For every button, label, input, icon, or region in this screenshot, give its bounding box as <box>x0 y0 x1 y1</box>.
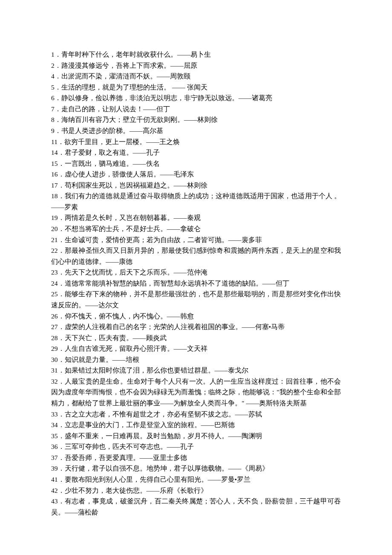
quote-text: 古之立大志者，不惟有超世之才，亦必有坚韧不拔之志。——苏轼 <box>65 410 262 418</box>
quote-item: 1．青年时种下什么，老年时就收获什么。——易卜生 <box>51 49 341 60</box>
quote-number: 11． <box>51 138 64 145</box>
quote-number: 25． <box>51 290 65 298</box>
quote-number: 1． <box>51 51 61 58</box>
quote-number: 28． <box>51 334 65 341</box>
quote-number: 2． <box>51 62 61 69</box>
quote-number: 22． <box>51 247 65 254</box>
quote-number: 42． <box>51 487 65 494</box>
quote-text: 立志是事业的大门，工作是登堂入室的旅程。——巴斯德 <box>65 421 235 428</box>
quote-text: 人最宝贵的是生命。生命对于每个人只有一次。人的一生应当这样度过：回首往事，他不会… <box>51 378 341 407</box>
quote-item: 36．三军可夺帅也，匹夫不可夺志也。——孔子 <box>51 441 341 452</box>
quote-number: 35． <box>51 432 65 439</box>
quote-item: 15．一言既出，驷马难追。——佚名 <box>51 158 341 169</box>
quote-number: 14． <box>51 149 65 156</box>
quote-text: 少壮不努力，老大徒伤悲。——乐府《长歌行》 <box>65 487 208 494</box>
quote-item: 26．仰不愧天，俯不愧人，内不愧心。——韩愈 <box>51 311 341 322</box>
quote-item: 33．古之立大志者，不惟有超世之才，亦必有坚韧不拔之志。——苏轼 <box>51 409 341 420</box>
quote-text: 我们有力的道德就是通过奋斗取得物质上的成功；这种道德既适用于国家，也适用于个人 … <box>51 192 341 211</box>
quote-item: 16．虚心使人进步，骄傲使人落后。——毛泽东 <box>51 169 341 180</box>
quote-number: 9． <box>51 127 61 134</box>
quote-number: 23． <box>51 269 65 276</box>
quote-text: 生命诚可贵，爱情价更高；若为自由故，二者皆可抛。——裴多菲 <box>65 236 262 243</box>
quote-text: 人生自古谁无死，留取丹心照汗青。——文天祥 <box>65 345 208 352</box>
quote-item: 27．虚荣的人注视着自己的名字；光荣的人注视着祖国的事业。——何塞•马蒂 <box>51 321 341 332</box>
quote-item: 7．走自己的路，让别人说去！——但丁 <box>51 104 341 115</box>
quote-item: 42．少壮不努力，老大徒伤悲。——乐府《长歌行》 <box>51 485 341 496</box>
quote-number: 6． <box>51 94 61 101</box>
quote-item: 35．盛年不重来，一日难再晨。及时当勉励，岁月不待人。——陶渊明 <box>51 431 341 442</box>
quote-text: 路漫漫其修远兮，吾将上下而求索。——屈原 <box>61 62 197 69</box>
quote-number: 32． <box>51 378 65 385</box>
quote-item: 28．天下兴亡，匹夫有责。——顾炎武 <box>51 332 341 344</box>
quote-item: 4．出淤泥而不染，濯清涟而不妖。——周敦颐 <box>51 71 341 82</box>
quote-item: 24．道德常常能填补智慧的缺陷，而智慧却永远填补不了道德的缺陷。——但丁 <box>51 278 341 289</box>
quote-text: 吾爱吾师，吾更爱真理。——亚里士多德 <box>65 454 187 461</box>
quote-text: 虚心使人进步，骄傲使人落后。——毛泽东 <box>65 171 194 178</box>
quote-text: 那最神圣恒久而又日新月异的，那最使我们感到惊奇和震撼的两件东西，是天上的星空和我… <box>51 247 341 265</box>
quote-number: 27． <box>51 323 65 330</box>
quote-number: 5． <box>51 84 61 91</box>
quote-text: 书是人类进步的阶梯。——高尔基 <box>61 127 163 134</box>
quote-item: 8．海纳百川有容乃大；壁立千仞无欲则刚。——林则徐 <box>51 114 341 125</box>
quote-item: 14．君子爱财，取之有道。——孔子 <box>51 147 341 158</box>
quote-number: 18． <box>51 192 65 199</box>
quote-item: 31．如果错过太阳时你流了泪，那么你也要错过群星。——泰戈尔 <box>51 365 341 376</box>
quote-text: 两情若是久长时，又岂在朝朝暮暮。——秦观 <box>65 214 201 221</box>
quote-number: 41． <box>51 476 65 483</box>
quote-number: 26． <box>51 312 65 320</box>
quote-number: 21． <box>51 236 65 243</box>
quote-item: 29．人生自古谁无死，留取丹心照汗青。——文天祥 <box>51 343 341 354</box>
quote-text: 不想当将军的士兵，不是好士兵。——拿破仑 <box>65 225 201 232</box>
quote-item: 23．先天下之忧而忧，后天下之乐而乐。——范仲淹 <box>51 267 341 278</box>
quote-text: 静以修身，俭以养德，非淡泊无以明志，非宁静无以致远。——诸葛亮 <box>61 94 272 101</box>
quote-text: 出淤泥而不染，濯清涟而不妖。——周敦颐 <box>61 72 190 80</box>
quote-item: 5．生活的理想，就是为了理想的生活。 —— 张闻天 <box>51 82 341 93</box>
quote-item: 43．有志者，事竟成，破釜沉舟，百二秦关终属楚；苦心人，天不负，卧薪尝胆，三千越… <box>51 496 341 517</box>
quote-text: 仰不愧天，俯不愧人，内不愧心。——韩愈 <box>65 312 194 320</box>
quote-number: 29． <box>51 345 65 352</box>
quote-item: 32．人最宝贵的是生命。生命对于每个人只有一次。人的一生应当这样度过：回首往事，… <box>51 376 341 409</box>
quote-number: 19． <box>51 214 65 221</box>
quote-item: 11．欲穷千里目，更上一层楼。——王之焕 <box>51 136 341 147</box>
quote-number: 20． <box>51 225 65 232</box>
quote-item: 2．路漫漫其修远兮，吾将上下而求索。——屈原 <box>51 60 341 71</box>
quote-text: 先天下之忧而忧，后天下之乐而乐。——范仲淹 <box>65 269 208 276</box>
quote-item: 17．苟利国家生死以，岂因祸福避趋之。——林则徐 <box>51 180 341 191</box>
quote-number: 15． <box>51 160 65 167</box>
quote-item: 21．生命诚可贵，爱情价更高；若为自由故，二者皆可抛。——裴多菲 <box>51 234 341 246</box>
quote-number: 7． <box>51 105 61 113</box>
quote-text: 生活的理想，就是为了理想的生活。 —— 张闻天 <box>61 84 208 91</box>
quote-number: 37． <box>51 454 65 461</box>
quote-number: 30． <box>51 356 65 363</box>
quote-number: 39． <box>51 465 65 472</box>
quote-text: 走自己的路，让别人说去！——但丁 <box>61 105 170 113</box>
quote-number: 34． <box>51 421 65 428</box>
quote-text: 有志者，事竟成，破釜沉舟，百二秦关终属楚；苦心人，天不负，卧薪尝胆，三千越甲可吞… <box>51 497 341 516</box>
quote-number: 17． <box>51 182 65 189</box>
quote-text: 三军可夺帅也，匹夫不可夺志也。——孔子 <box>65 443 194 450</box>
quote-number: 33． <box>51 410 65 418</box>
quote-list: 1．青年时种下什么，老年时就收获什么。——易卜生2．路漫漫其修远兮，吾将上下而求… <box>51 49 341 517</box>
quote-number: 31． <box>51 367 65 374</box>
quote-text: 一言既出，驷马难追。——佚名 <box>65 160 160 167</box>
quote-text: 能够生存下来的物种，并不是那些最强壮的，也不是那些最聪明的，而是那些对变化作出快… <box>51 290 341 309</box>
quote-text: 海纳百川有容乃大；壁立千仞无欲则刚。——林则徐 <box>61 116 218 123</box>
quote-item: 34．立志是事业的大门，工作是登堂入室的旅程。——巴斯德 <box>51 419 341 431</box>
quote-text: 道德常常能填补智慧的缺陷，而智慧却永远填补不了道德的缺陷。——但丁 <box>65 280 289 287</box>
quote-item: 6．静以修身，俭以养德，非淡泊无以明志，非宁静无以致远。——诸葛亮 <box>51 92 341 104</box>
quote-text: 青年时种下什么，老年时就收获什么。——易卜生 <box>61 51 211 58</box>
quote-item: 18．我们有力的道德就是通过奋斗取得物质上的成功；这种道德既适用于国家，也适用于… <box>51 191 341 212</box>
quote-number: 4． <box>51 72 61 80</box>
quote-number: 36． <box>51 443 65 450</box>
quote-text: 虚荣的人注视着自己的名字；光荣的人注视着祖国的事业。——何塞•马蒂 <box>65 323 285 330</box>
quote-text: 天下兴亡，匹夫有责。——顾炎武 <box>65 334 167 341</box>
quote-number: 16． <box>51 171 65 178</box>
quote-text: 欲穷千里目，更上一层楼。——王之焕 <box>64 138 180 145</box>
quote-text: 知识就是力量。——培根 <box>65 356 139 363</box>
quote-text: 苟利国家生死以，岂因祸福避趋之。——林则徐 <box>65 182 208 189</box>
quote-item: 39．天行健，君子以自强不息。地势坤，君子以厚德载物。——《周易》 <box>51 463 341 474</box>
quote-text: 君子爱财，取之有道。——孔子 <box>65 149 160 156</box>
quote-item: 19．两情若是久长时，又岂在朝朝暮暮。——秦观 <box>51 212 341 223</box>
quote-number: 43． <box>51 497 65 505</box>
quote-item: 41．要散布阳光到别人心里，先得自己心里有阳光。——罗曼•罗兰 <box>51 474 341 485</box>
